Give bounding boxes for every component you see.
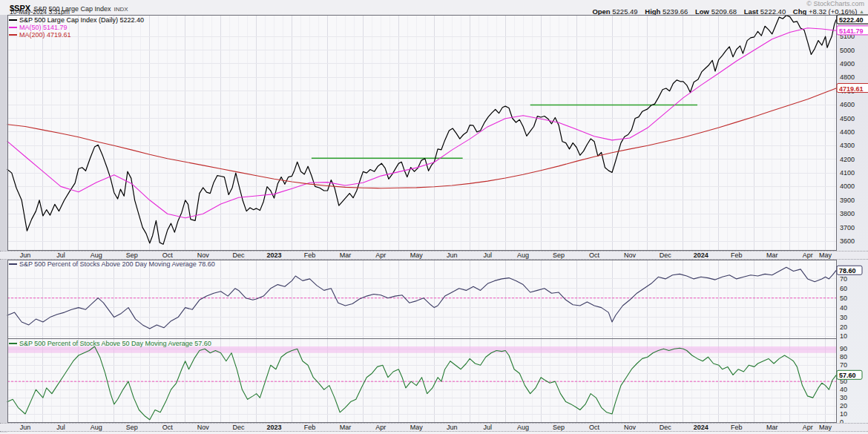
- svg-text:80: 80: [840, 353, 847, 361]
- svg-text:4600: 4600: [840, 101, 855, 108]
- month-label: Jun: [438, 424, 465, 432]
- ma50-line-swatch: [9, 27, 17, 28]
- month-label: Jul: [474, 251, 501, 260]
- month-label: Aug: [510, 251, 536, 260]
- month-label: May: [403, 251, 430, 260]
- legend-row-ma50: MA(50) 5141.79: [9, 24, 144, 31]
- month-label: Jul: [47, 424, 74, 432]
- svg-text:4300: 4300: [840, 142, 855, 149]
- svg-text:30: 30: [840, 394, 847, 401]
- month-label: Apr: [367, 251, 394, 260]
- spx-line-swatch: [9, 19, 17, 21]
- legend-row-ma200: MA(200) 4719.61: [9, 31, 144, 39]
- legend-row-spx: S&P 500 Large Cap Index (Daily) 5222.40: [9, 16, 144, 24]
- month-label: Jun: [12, 424, 39, 432]
- month-label: Aug: [83, 424, 110, 432]
- svg-text:4400: 4400: [840, 128, 855, 136]
- svg-text:4719.61: 4719.61: [839, 85, 864, 93]
- month-label: 2023: [261, 251, 288, 260]
- svg-text:4900: 4900: [840, 60, 855, 68]
- month-label: Sep: [545, 424, 572, 432]
- month-label: 2024: [688, 251, 714, 260]
- svg-text:50: 50: [840, 295, 847, 302]
- month-label: Feb: [723, 424, 750, 432]
- svg-text:60: 60: [840, 285, 847, 292]
- month-label: Mar: [332, 424, 358, 432]
- svg-text:4000: 4000: [840, 183, 855, 190]
- price-and-breadth-chart-canvas: 3600370038003900400041004200430044004500…: [0, 0, 868, 434]
- month-label: 2023: [261, 424, 288, 432]
- svg-text:10: 10: [840, 410, 847, 418]
- month-label: Mar: [332, 251, 358, 260]
- month-label: Feb: [296, 251, 323, 260]
- month-label: Nov: [617, 251, 643, 260]
- svg-text:90: 90: [840, 345, 847, 352]
- month-axis-strip-top: JunJulAugSepOctNovDec2023FebMarAprMayJun…: [0, 251, 868, 260]
- svg-text:20: 20: [840, 323, 847, 331]
- svg-text:57.60: 57.60: [839, 372, 856, 379]
- svg-text:20: 20: [840, 402, 847, 410]
- month-label: May: [403, 424, 430, 432]
- month-label: Aug: [83, 251, 110, 260]
- month-label: Dec: [226, 251, 252, 260]
- svg-text:3700: 3700: [840, 224, 855, 231]
- svg-text:5000: 5000: [840, 47, 855, 54]
- svg-text:5141.79: 5141.79: [839, 27, 864, 35]
- above50-legend-label: S&P 500 Percent of Stocks Above 50 Day M…: [19, 340, 211, 347]
- svg-text:30: 30: [840, 314, 847, 321]
- month-label: Dec: [652, 424, 679, 432]
- month-label: Dec: [652, 251, 679, 260]
- month-label: Jul: [474, 424, 501, 432]
- month-label: Sep: [119, 251, 145, 260]
- stockcharts-chart-screen: $SPXS&P 500 Large Cap IndexINDX 10-May-2…: [0, 0, 868, 434]
- svg-text:5222.40: 5222.40: [839, 16, 864, 24]
- month-label: Jun: [438, 251, 465, 260]
- month-label: Aug: [510, 424, 536, 432]
- svg-text:70: 70: [840, 275, 847, 283]
- legend-row-above200: S&P 500 Percent of Stocks Above 200 Day …: [9, 260, 215, 268]
- month-label: Sep: [545, 251, 572, 260]
- ma50-legend-label: MA(50) 5141.79: [19, 24, 68, 31]
- month-label: Jul: [47, 251, 74, 260]
- above200-legend-label: S&P 500 Percent of Stocks Above 200 Day …: [19, 260, 215, 268]
- above50-line-swatch: [9, 343, 17, 344]
- month-label: Mar: [759, 251, 786, 260]
- svg-text:4500: 4500: [840, 115, 855, 122]
- svg-text:10: 10: [840, 332, 847, 340]
- ma200-line-swatch: [9, 34, 17, 36]
- month-label: May: [812, 251, 839, 260]
- month-label: Oct: [581, 251, 608, 260]
- svg-text:40: 40: [840, 304, 847, 312]
- svg-text:3800: 3800: [840, 210, 855, 217]
- svg-text:4100: 4100: [840, 169, 855, 177]
- month-label: May: [812, 424, 839, 432]
- svg-text:3900: 3900: [840, 197, 855, 204]
- month-axis-strip-bottom: JunJulAugSepOctNovDec2023FebMarAprMayJun…: [0, 423, 868, 432]
- svg-text:78.60: 78.60: [839, 267, 856, 274]
- ma200-legend-label: MA(200) 4719.61: [19, 31, 71, 39]
- above-200dma-panel-legend: S&P 500 Percent of Stocks Above 200 Day …: [9, 260, 215, 268]
- svg-text:40: 40: [840, 386, 847, 393]
- month-label: Mar: [759, 424, 786, 432]
- month-label: Feb: [723, 251, 750, 260]
- month-label: Dec: [226, 424, 252, 432]
- month-label: Nov: [190, 251, 217, 260]
- above200-line-swatch: [9, 263, 17, 265]
- month-label: Jun: [12, 251, 39, 260]
- month-label: 2024: [688, 424, 714, 432]
- svg-text:4200: 4200: [840, 156, 855, 163]
- above-50dma-panel-legend: S&P 500 Percent of Stocks Above 50 Day M…: [9, 340, 211, 347]
- svg-text:4800: 4800: [840, 73, 855, 81]
- month-label: Oct: [581, 424, 608, 432]
- main-panel-legend: S&P 500 Large Cap Index (Daily) 5222.40 …: [9, 16, 144, 39]
- svg-text:3600: 3600: [840, 237, 855, 245]
- legend-row-above50: S&P 500 Percent of Stocks Above 50 Day M…: [9, 340, 211, 347]
- svg-text:70: 70: [840, 361, 847, 369]
- month-label: Sep: [119, 424, 145, 432]
- month-label: Feb: [296, 424, 323, 432]
- month-label: Nov: [617, 424, 643, 432]
- month-label: Oct: [154, 424, 181, 432]
- month-label: Apr: [367, 424, 394, 432]
- spx-legend-label: S&P 500 Large Cap Index (Daily) 5222.40: [19, 16, 144, 24]
- month-label: Oct: [154, 251, 181, 260]
